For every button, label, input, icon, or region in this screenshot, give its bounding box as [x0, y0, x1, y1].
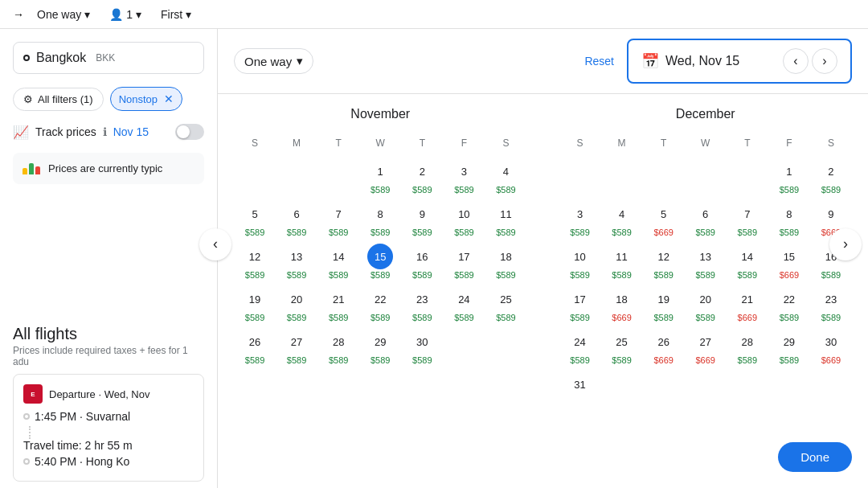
calendar-day-cell[interactable]: 3$589: [559, 198, 601, 240]
calendar-day-cell[interactable]: 10$589: [443, 198, 485, 240]
calendar-day-cell[interactable]: 27$589: [276, 326, 317, 368]
calendar-day-cell[interactable]: 24$589: [443, 283, 485, 326]
calendar-day-cell: [685, 155, 727, 198]
calendar-day-cell[interactable]: 12$589: [234, 240, 276, 283]
calendar-trip-type-selector[interactable]: One way ▾: [234, 48, 313, 74]
calendar-day-cell[interactable]: 28$589: [317, 326, 359, 368]
calendar-day-cell[interactable]: 5$589: [234, 198, 276, 240]
calendar-day-cell[interactable]: 8$589: [359, 198, 401, 240]
calendar-overlay: One way ▾ Reset 📅 Wed, Nov 15 ‹ › Novemb…: [217, 29, 868, 488]
calendar-next-button[interactable]: ›: [829, 228, 862, 260]
reset-button[interactable]: Reset: [584, 55, 614, 68]
day-price: $589: [821, 270, 841, 280]
trip-type-selector[interactable]: One way ▾: [31, 5, 96, 24]
origin-search-box[interactable]: Bangkok BKK: [13, 42, 204, 74]
calendar-day-cell[interactable]: 19$589: [643, 283, 685, 326]
calendar-day-cell[interactable]: 11$589: [485, 198, 526, 240]
track-prices-toggle[interactable]: [175, 124, 204, 140]
calendar-prev-button[interactable]: ‹: [199, 228, 231, 260]
calendar-day-cell[interactable]: 13$589: [685, 240, 727, 283]
day-price: $589: [780, 355, 799, 365]
calendar-day-cell[interactable]: 25$589: [485, 283, 526, 326]
calendar-day-cell[interactable]: 26$589: [234, 326, 276, 368]
nonstop-filter-badge[interactable]: Nonstop ✕: [110, 87, 182, 111]
calendar-day-cell[interactable]: 14$589: [727, 240, 768, 283]
done-button[interactable]: Done: [778, 442, 852, 472]
calendar-day-cell[interactable]: 4$589: [485, 155, 526, 198]
cabin-class-selector[interactable]: First ▾: [154, 5, 198, 24]
calendar-day-cell: [768, 368, 810, 408]
calendar-day-cell[interactable]: 29$589: [768, 326, 810, 368]
day-number: 2: [409, 158, 435, 184]
calendar-day-cell[interactable]: 4$589: [601, 198, 643, 240]
calendar-day-cell[interactable]: 23$589: [810, 283, 852, 326]
calendar-day-cell[interactable]: 18$589: [485, 240, 526, 283]
calendar-day-cell[interactable]: 15$589: [359, 240, 401, 283]
calendar-day-cell[interactable]: 19$589: [234, 283, 276, 326]
calendar-day-cell[interactable]: 1$589: [768, 155, 810, 198]
calendar-day-cell[interactable]: 21$669: [727, 283, 768, 326]
calendar-day-cell[interactable]: 16$589: [401, 240, 443, 283]
calendar-day-cell[interactable]: 15$669: [768, 240, 810, 283]
all-filters-button[interactable]: ⚙ All filters (1): [13, 88, 104, 111]
calendar-day-cell[interactable]: 30$589: [401, 326, 443, 368]
flight-card[interactable]: E Departure · Wed, Nov 1:45 PM · Suvarna…: [13, 374, 204, 482]
date-next-button[interactable]: ›: [812, 48, 837, 74]
calendar-day-cell[interactable]: 20$589: [276, 283, 317, 326]
calendar-day-cell[interactable]: 22$589: [768, 283, 810, 326]
calendar-day-cell[interactable]: 7$589: [317, 198, 359, 240]
calendar-day-cell[interactable]: 26$669: [643, 326, 685, 368]
calendar-day-cell[interactable]: 6$589: [685, 198, 727, 240]
calendar-day-cell[interactable]: 29$589: [359, 326, 401, 368]
calendar-day-cell[interactable]: 12$589: [643, 240, 685, 283]
day-number: 17: [451, 244, 477, 269]
day-number: 9: [409, 201, 435, 227]
calendar-day-cell[interactable]: 31: [559, 368, 601, 408]
calendar-day-cell[interactable]: 5$669: [643, 198, 685, 240]
calendar-day-cell[interactable]: 3$589: [443, 155, 485, 198]
track-prices-info-icon[interactable]: ℹ: [103, 125, 107, 138]
nonstop-remove-icon[interactable]: ✕: [164, 92, 174, 105]
passengers-arrow: ▾: [136, 8, 141, 21]
calendar-day-cell[interactable]: 28$589: [727, 326, 768, 368]
cabin-class-label: First: [161, 8, 182, 21]
calendar-day-cell[interactable]: 25$589: [601, 326, 643, 368]
day-number: 18: [493, 244, 518, 269]
calendar-day-cell[interactable]: 22$589: [359, 283, 401, 326]
calendar-day-cell[interactable]: 2$589: [810, 155, 852, 198]
day-number: 8: [367, 201, 393, 227]
calendar-day-cell[interactable]: 2$589: [401, 155, 443, 198]
calendar-day-cell[interactable]: 20$589: [685, 283, 727, 326]
calendar-day-cell[interactable]: 17$589: [559, 283, 601, 326]
day-number: 29: [367, 329, 393, 355]
calendar-day-cell[interactable]: 30$669: [810, 326, 852, 368]
calendar-day-cell[interactable]: 6$589: [276, 198, 317, 240]
day-number: 30: [409, 329, 435, 355]
calendar-day-cell[interactable]: 21$589: [317, 283, 359, 326]
calendar-day-cell[interactable]: 8$589: [768, 198, 810, 240]
day-price: $589: [287, 355, 306, 365]
calendar-day-cell[interactable]: 13$589: [276, 240, 317, 283]
date-prev-button[interactable]: ‹: [783, 48, 809, 74]
calendar-day-cell[interactable]: 11$589: [601, 240, 643, 283]
calendar-day-cell[interactable]: 23$589: [401, 283, 443, 326]
day-number: 26: [242, 329, 268, 355]
person-icon: 👤: [109, 8, 123, 21]
travel-time-row: Travel time: 2 hr 55 m: [23, 439, 194, 452]
calendar-day-cell[interactable]: 18$669: [601, 283, 643, 326]
all-flights-subtitle: Prices include required taxes + fees for…: [0, 345, 217, 374]
calendar-day-cell[interactable]: 24$589: [559, 326, 601, 368]
calendar-day-cell[interactable]: 1$589: [359, 155, 401, 198]
day-price: $589: [570, 355, 589, 365]
passengers-selector[interactable]: 👤 1 ▾: [103, 5, 148, 24]
calendar-day-cell[interactable]: 17$589: [443, 240, 485, 283]
day-price: $589: [329, 355, 348, 365]
calendar-day-cell[interactable]: 14$589: [317, 240, 359, 283]
calendar-day-cell[interactable]: 10$589: [559, 240, 601, 283]
day-price: $589: [454, 270, 473, 280]
selected-date-display[interactable]: 📅 Wed, Nov 15 ‹ ›: [627, 39, 852, 84]
date-nav-controls: ‹ ›: [783, 48, 837, 74]
calendar-day-cell[interactable]: 27$669: [685, 326, 727, 368]
calendar-day-cell[interactable]: 7$589: [727, 198, 768, 240]
calendar-day-cell[interactable]: 9$589: [401, 198, 443, 240]
